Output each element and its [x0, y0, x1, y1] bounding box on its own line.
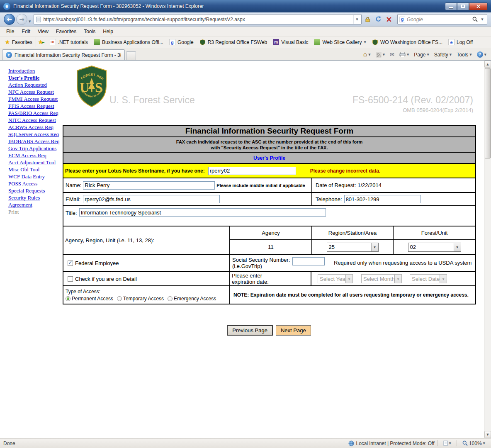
change-data-warning: Please change incorrect data. — [310, 168, 380, 174]
forest-unit-select[interactable]: 02 ▼ — [408, 243, 461, 252]
recent-pages-dropdown[interactable]: ▼ — [29, 20, 31, 23]
shortname-label: Please enter your Lotus Notes Shortname,… — [65, 168, 205, 174]
lotus-shortname-input[interactable] — [208, 167, 296, 175]
expiration-year-select[interactable]: Select Year ▼ — [318, 274, 353, 283]
feeds-button[interactable]: ▼ — [373, 51, 387, 59]
sidebar-item-nfc-access[interactable]: NFC Access Request — [8, 88, 62, 95]
favorite-business-applications[interactable]: Business Applications Offi... — [91, 37, 166, 47]
sidebar-item-acct-adjustment[interactable]: Acct Adjustment Tool — [8, 159, 62, 166]
status-page-icon[interactable]: ▼ — [441, 439, 454, 447]
emergency-access-radio[interactable] — [168, 296, 173, 301]
expiration-month-select[interactable]: Select Month ▼ — [361, 274, 402, 283]
menu-item-view[interactable]: View — [34, 27, 52, 36]
previous-page-button[interactable]: Previous Page — [227, 325, 273, 336]
favorite-google[interactable]: g Google — [166, 37, 197, 47]
new-tab-stub[interactable] — [126, 51, 136, 60]
status-bar: Done Local intranet | Protected Mode: Of… — [0, 438, 491, 448]
expiration-note: NOTE: Expiration date must be completed … — [229, 286, 475, 304]
shortname-row: Please enter your Lotus Notes Shortname,… — [63, 164, 475, 178]
page-content: Introduction User's Profile Action Reque… — [0, 61, 491, 438]
scrollbar-track[interactable] — [484, 68, 491, 431]
region-select[interactable]: 25 ▼ — [327, 243, 379, 252]
sidebar-item-poss-access[interactable]: POSS Access — [8, 180, 62, 187]
sidebar-item-security-rules[interactable]: Security Rules — [8, 194, 62, 201]
sidebar-item-fmmi-access[interactable]: FMMI Access Request — [8, 95, 62, 102]
sidebar-item-ffis-access[interactable]: FFIS Access Request — [8, 102, 62, 110]
form-navigation: Previous Page Next Page — [62, 325, 476, 336]
favorite-web-slice-gallery[interactable]: Web Slice Gallery ▼ — [311, 37, 369, 47]
sidebar-item-acrws-access[interactable]: ACRWS Access Req — [8, 124, 62, 131]
sidebar-item-action-requested[interactable]: Action Requested — [8, 81, 62, 88]
zoom-control[interactable]: 100% ▼ — [460, 439, 488, 448]
title-input[interactable] — [79, 208, 326, 217]
back-button[interactable]: ← — [4, 14, 15, 25]
minimize-button[interactable] — [445, 2, 457, 10]
title-label: Title: — [66, 210, 77, 216]
scrollbar-up-button[interactable]: ▲ — [484, 61, 491, 68]
zoom-level: 100% — [469, 441, 482, 446]
add-to-favorites-bar-button[interactable]: ★ ► — [36, 37, 47, 47]
refresh-button[interactable] — [373, 14, 383, 24]
sidebar-item-misc-obl[interactable]: Misc Obl Tool — [8, 166, 62, 173]
next-page-button[interactable]: Next Page — [276, 325, 311, 336]
help-button[interactable]: ? ▼ — [474, 50, 489, 59]
add-arrow-icon: ► — [42, 40, 45, 44]
favorite-r3-fsweb[interactable]: R3 Regional Office FSWeb — [197, 37, 270, 47]
menu-item-file[interactable]: File — [2, 27, 18, 36]
security-lock-icon[interactable] — [362, 14, 372, 24]
read-mail-button[interactable]: ✉ — [387, 51, 397, 58]
home-button[interactable]: ⌂ ▼ — [361, 50, 373, 59]
email-input[interactable] — [83, 195, 220, 203]
safety-menu-button[interactable]: Safety ▼ — [432, 51, 454, 59]
federal-employee-checkbox[interactable]: ✓ — [68, 261, 73, 266]
close-button[interactable]: × — [469, 2, 488, 10]
sidebar-item-wcf-data-entry[interactable]: WCF Data Entry — [8, 173, 62, 180]
favorite-wo-fsweb[interactable]: WO Washington Office FS... — [369, 37, 445, 47]
address-input[interactable] — [43, 17, 353, 22]
telephone-input[interactable] — [344, 195, 421, 203]
sidebar-item-pas-brio-access[interactable]: PAS/BRIO Access Req — [8, 110, 62, 117]
form-page: FOREST SERVICE DEPARTMENT OF AGRICULTURE… — [62, 61, 484, 438]
favorite-log-off[interactable]: e Log Off — [445, 37, 476, 47]
rss-icon — [376, 52, 382, 58]
menu-item-help[interactable]: Help — [99, 27, 117, 36]
tools-menu-button[interactable]: Tools ▼ — [454, 51, 474, 59]
title-row: Title: — [63, 206, 475, 226]
stop-button[interactable]: × — [384, 14, 394, 24]
menu-item-favorites[interactable]: Favorites — [52, 27, 80, 36]
scrollbar-thumb[interactable] — [485, 68, 491, 158]
sidebar-item-users-profile[interactable]: User's Profile — [8, 74, 62, 81]
page-menu-button[interactable]: Page ▼ — [411, 51, 431, 59]
favorites-button[interactable]: ★ Favorites — [2, 37, 36, 47]
on-detail-checkbox[interactable] — [68, 276, 73, 282]
access-type-label: Type of Access: — [66, 289, 229, 295]
expiration-date-select[interactable]: Select Date ▼ — [410, 274, 447, 283]
sidebar-item-ibdb-abs-access[interactable]: IBDB/ABS Access Req — [8, 138, 62, 145]
address-dropdown-button[interactable]: ▼ — [353, 15, 360, 24]
maximize-button[interactable] — [457, 2, 469, 10]
favorite-visual-basic[interactable]: m Visual Basic — [270, 37, 311, 47]
search-input[interactable] — [407, 17, 471, 22]
sidebar-item-introduction[interactable]: Introduction — [8, 67, 62, 74]
sidebar-item-sqlserver-access[interactable]: SQLServer Access Req — [8, 131, 62, 138]
sidebar-item-ecm-access[interactable]: ECM Access Req — [8, 152, 62, 159]
print-button[interactable]: ▼ — [397, 51, 411, 58]
sidebar-item-special-requests[interactable]: Special Requests — [8, 187, 62, 194]
sidebar-item-nitc-access[interactable]: NITC Access Request — [8, 117, 62, 124]
menu-item-edit[interactable]: Edit — [18, 27, 34, 36]
omb-number: OMB 0596-0204(Exp 2/2014) — [403, 107, 473, 113]
search-icon[interactable] — [471, 15, 479, 24]
forward-button[interactable]: → — [16, 14, 27, 25]
name-input[interactable] — [83, 181, 215, 190]
tab-financial-form[interactable]: e Financial Information Security Request… — [2, 49, 125, 60]
ssn-input[interactable] — [292, 257, 325, 265]
temporary-access-radio[interactable] — [117, 296, 122, 301]
forest-service-shield-icon — [199, 39, 206, 45]
permanent-access-radio[interactable] — [66, 296, 70, 301]
favorite-net-tutorials[interactable]: HL .NET tutorials — [47, 37, 91, 47]
sidebar-item-gov-trip[interactable]: Gov Trip Applications — [8, 145, 62, 152]
search-dropdown-button[interactable]: ▼ — [479, 15, 486, 24]
menu-item-tools[interactable]: Tools — [80, 27, 99, 36]
sidebar-item-agreement[interactable]: Agreement — [8, 201, 62, 208]
scrollbar-down-button[interactable]: ▼ — [484, 431, 491, 438]
